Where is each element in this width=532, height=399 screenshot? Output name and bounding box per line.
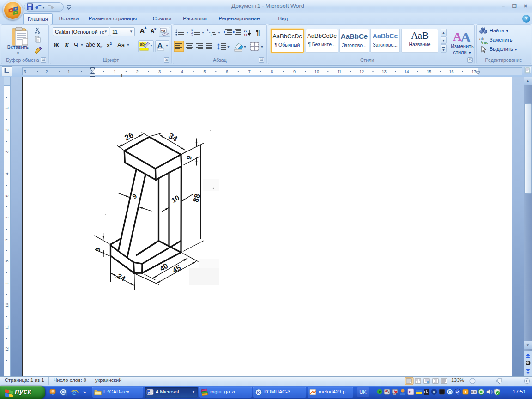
svg-text:1: 1 <box>465 390 467 394</box>
svg-text:7: 7 <box>5 238 9 241</box>
svg-text:¶: ¶ <box>256 29 260 36</box>
svg-text:10: 10 <box>170 193 181 204</box>
svg-text:9: 9 <box>5 282 9 284</box>
svg-text:▼: ▼ <box>42 6 45 9</box>
svg-text:Я: Я <box>244 33 247 37</box>
svg-text:34: 34 <box>167 131 179 143</box>
svg-text:9: 9 <box>94 247 102 252</box>
svg-text:W: W <box>148 391 151 395</box>
svg-text:▼: ▼ <box>227 45 230 48</box>
svg-text:A: A <box>157 41 163 49</box>
svg-text:10: 10 <box>5 303 9 308</box>
svg-text:▼: ▼ <box>260 45 264 48</box>
svg-text:»: » <box>83 389 86 395</box>
svg-text:24: 24 <box>116 272 127 283</box>
svg-text:8: 8 <box>5 260 9 262</box>
svg-text:3: 3 <box>5 151 9 153</box>
svg-text:ab: ab <box>140 42 145 47</box>
svg-text:6: 6 <box>5 216 9 218</box>
svg-text:2: 2 <box>5 128 9 131</box>
svg-text:K: K <box>257 390 260 395</box>
svg-text:▼: ▼ <box>218 31 221 34</box>
svg-text:Aa: Aa <box>161 29 165 33</box>
svg-text:1: 1 <box>5 107 9 109</box>
svg-text:▼: ▼ <box>165 44 169 47</box>
svg-text:26: 26 <box>123 131 135 143</box>
svg-text:12: 12 <box>5 347 9 351</box>
svg-text:11: 11 <box>5 325 9 329</box>
svg-text:n: n <box>409 389 411 394</box>
svg-text:▼: ▼ <box>201 31 205 34</box>
svg-text:▼: ▼ <box>243 45 247 48</box>
svg-text:▼: ▼ <box>150 44 153 47</box>
svg-text:▼: ▼ <box>186 31 189 34</box>
svg-text:4: 4 <box>5 172 9 175</box>
svg-text:A: A <box>460 29 471 43</box>
svg-text:45: 45 <box>171 264 182 275</box>
svg-text:9: 9 <box>131 192 139 200</box>
svg-text:3: 3 <box>191 34 193 37</box>
svg-text:9: 9 <box>185 155 193 160</box>
svg-text:i: i <box>211 34 211 36</box>
svg-text:↳ac: ↳ac <box>480 40 488 44</box>
svg-text:88: 88 <box>192 193 201 203</box>
svg-text:5: 5 <box>5 194 9 197</box>
svg-text:a: a <box>433 390 435 394</box>
